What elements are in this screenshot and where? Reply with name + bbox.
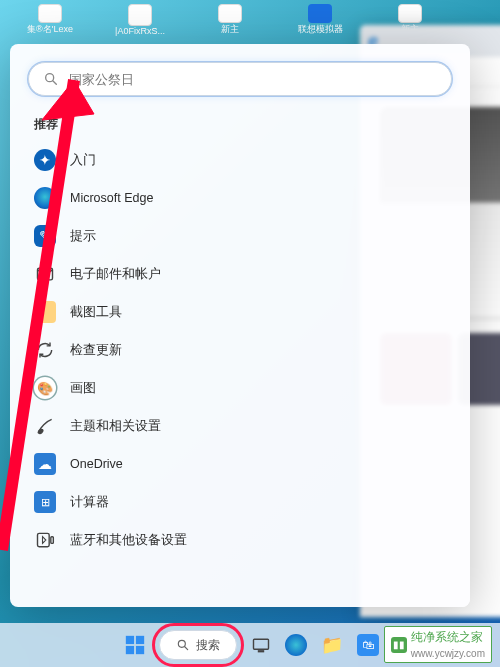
recommended-item-app-intro[interactable]: ✦入门: [28, 141, 452, 179]
recommended-item-label: 入门: [70, 152, 96, 169]
recommended-list: ✦入门Microsoft Edge✎提示电子邮件和帐户截图工具检查更新画图主题和…: [28, 141, 452, 559]
svg-rect-12: [259, 651, 264, 652]
svg-line-10: [185, 647, 188, 650]
recommended-item-label: 画图: [70, 380, 96, 397]
recommended-item-app-bluetooth[interactable]: 蓝牙和其他设备设置: [28, 521, 452, 559]
app-theme-icon: [34, 415, 56, 437]
recommended-item-label: 电子邮件和帐户: [70, 266, 161, 283]
app-snip-icon: [34, 301, 56, 323]
recommended-item-app-theme[interactable]: 主题和相关设置: [28, 407, 452, 445]
app-edge-icon: [34, 187, 56, 209]
recommended-item-label: OneDrive: [70, 457, 123, 471]
desktop-shortcut[interactable]: 集®名'Lexe: [20, 4, 80, 36]
svg-rect-8: [136, 646, 144, 654]
app-paint-icon: [34, 377, 56, 399]
recommended-item-app-update[interactable]: 检查更新: [28, 331, 452, 369]
recommended-item-app-mail[interactable]: 电子邮件和帐户: [28, 255, 452, 293]
recommended-item-app-edge[interactable]: Microsoft Edge: [28, 179, 452, 217]
app-update-icon: [34, 339, 56, 361]
svg-line-1: [53, 81, 56, 84]
recommended-item-app-snip[interactable]: 截图工具: [28, 293, 452, 331]
task-view-button[interactable]: [247, 631, 275, 659]
recommended-item-label: Microsoft Edge: [70, 191, 153, 205]
desktop-shortcut[interactable]: |A0FixRxS...: [110, 4, 170, 36]
svg-rect-7: [126, 646, 134, 654]
svg-rect-3: [38, 533, 50, 546]
svg-rect-4: [51, 537, 54, 544]
search-bar[interactable]: [28, 62, 452, 96]
svg-rect-6: [136, 636, 144, 644]
recommended-item-app-paint[interactable]: 画图: [28, 369, 452, 407]
svg-point-0: [46, 74, 54, 82]
app-calc-icon: ⊞: [34, 491, 56, 513]
recommended-item-label: 计算器: [70, 494, 109, 511]
start-search-panel: 推荐 ✦入门Microsoft Edge✎提示电子邮件和帐户截图工具检查更新画图…: [10, 44, 470, 607]
app-intro-icon: ✦: [34, 149, 56, 171]
taskbar-app-edge[interactable]: [285, 634, 307, 656]
svg-point-9: [178, 640, 185, 647]
recommended-item-app-calc[interactable]: ⊞计算器: [28, 483, 452, 521]
app-mail-icon: [34, 263, 56, 285]
recommended-heading: 推荐: [34, 116, 452, 133]
taskbar-app-file-explorer[interactable]: 📁: [317, 630, 347, 660]
windows-logo-icon: [124, 634, 146, 656]
watermark-logo-icon: ▮▮: [391, 637, 407, 653]
desktop-shortcut[interactable]: 联想模拟器: [290, 4, 350, 36]
taskbar-app-store[interactable]: 🛍: [357, 634, 379, 656]
taskbar-search-label: 搜索: [196, 637, 220, 654]
taskview-icon: [251, 635, 271, 655]
taskbar-search[interactable]: 搜索: [159, 630, 237, 660]
start-button[interactable]: [121, 631, 149, 659]
watermark-url: www.ycwjzy.com: [411, 648, 485, 659]
app-bluetooth-icon: [34, 529, 56, 551]
svg-rect-5: [126, 636, 134, 644]
recommended-item-label: 蓝牙和其他设备设置: [70, 532, 187, 549]
search-icon: [43, 71, 59, 87]
svg-rect-11: [254, 639, 269, 649]
app-onedrive-icon: ☁: [34, 453, 56, 475]
recommended-item-label: 检查更新: [70, 342, 122, 359]
watermark-brand: 纯净系统之家: [411, 629, 485, 646]
recommended-item-label: 主题和相关设置: [70, 418, 161, 435]
watermark: ▮▮ 纯净系统之家 www.ycwjzy.com: [384, 626, 492, 663]
recommended-item-app-tips[interactable]: ✎提示: [28, 217, 452, 255]
desktop-shortcut[interactable]: 新主: [200, 4, 260, 36]
recommended-item-app-onedrive[interactable]: ☁OneDrive: [28, 445, 452, 483]
recommended-item-label: 提示: [70, 228, 96, 245]
search-icon: [176, 638, 190, 652]
search-input[interactable]: [69, 72, 437, 87]
app-tips-icon: ✎: [34, 225, 56, 247]
recommended-item-label: 截图工具: [70, 304, 122, 321]
